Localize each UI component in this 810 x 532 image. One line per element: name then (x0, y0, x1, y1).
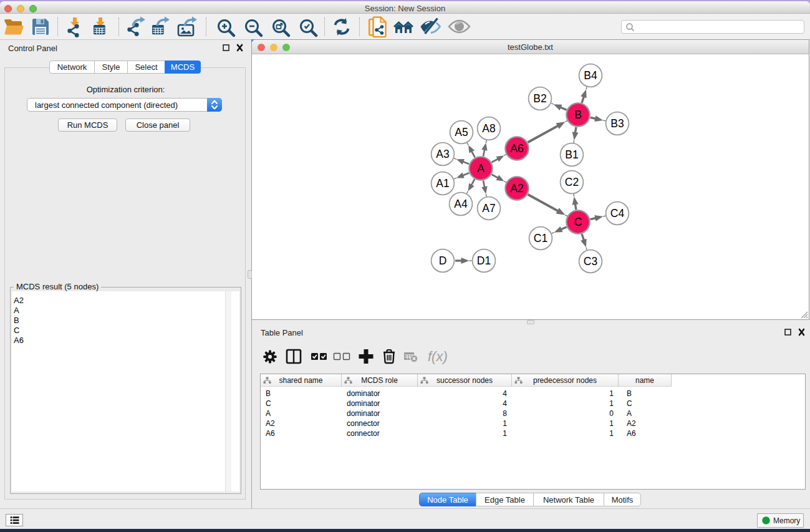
svg-text:D: D (439, 254, 447, 267)
svg-text:A5: A5 (455, 126, 468, 138)
svg-text:C1: C1 (534, 232, 547, 244)
svg-text:B3: B3 (610, 117, 624, 130)
svg-text:A: A (477, 162, 485, 175)
svg-text:A4: A4 (454, 198, 468, 210)
svg-text:A1: A1 (436, 177, 449, 190)
svg-text:B4: B4 (584, 69, 597, 82)
svg-text:B2: B2 (533, 92, 546, 105)
svg-text:C: C (574, 216, 582, 228)
svg-text:A3: A3 (436, 148, 449, 160)
svg-text:A7: A7 (482, 202, 495, 215)
svg-text:C3: C3 (584, 255, 597, 268)
svg-text:D1: D1 (477, 254, 491, 267)
svg-text:B1: B1 (565, 148, 578, 161)
svg-text:A6: A6 (510, 142, 523, 155)
svg-text:C4: C4 (610, 207, 625, 220)
svg-text:A2: A2 (510, 182, 523, 195)
svg-text:f(x): f(x) (428, 349, 448, 364)
svg-text:B: B (574, 109, 582, 121)
svg-text:A8: A8 (482, 122, 495, 135)
svg-text:C2: C2 (565, 176, 579, 188)
